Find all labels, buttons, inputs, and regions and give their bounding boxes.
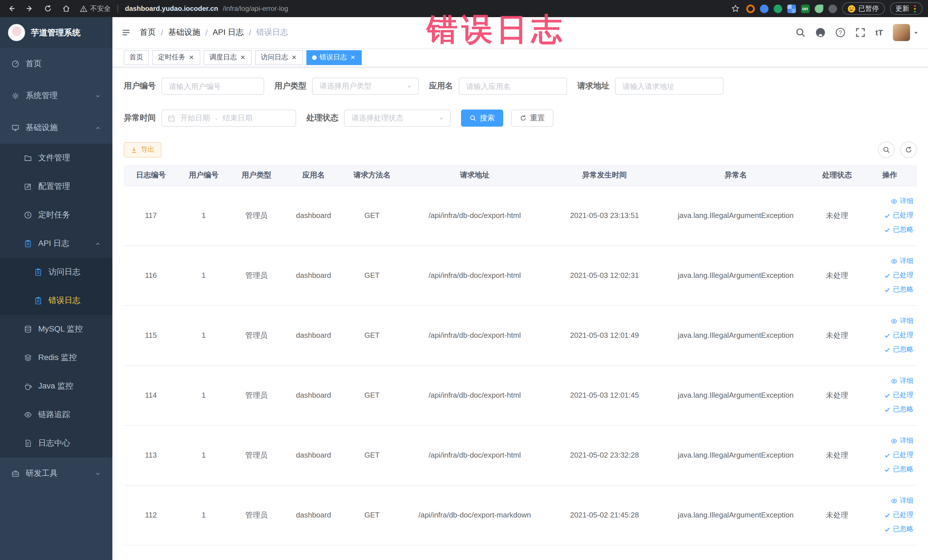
sidebar-item-infrastructure[interactable]: 基础设施 [0,112,112,144]
extension-icon-paw[interactable] [828,4,837,13]
caret-down-icon [913,29,919,36]
detail-link[interactable]: 详细 [865,314,913,328]
tab-access-log[interactable]: 访问日志 [255,50,303,65]
security-chip[interactable]: 不安全 [80,4,111,14]
cell-log-id: 114 [124,365,178,425]
sidebar-item-redis-monitor[interactable]: Redis 监控 [0,343,112,372]
sidebar-item-dev-tools[interactable]: 研发工具 [0,458,112,490]
search-icon[interactable] [796,27,806,38]
reload-icon[interactable] [42,3,53,14]
tab-home[interactable]: 首页 [124,50,149,65]
ignore-link[interactable]: 已忽略 [865,342,913,357]
app-logo[interactable]: 芋道管理系统 [0,17,112,48]
chevron-down-icon [95,470,101,477]
processed-link[interactable]: 已处理 [865,388,913,402]
forward-icon[interactable] [24,3,35,14]
paused-extension-badge[interactable]: 已暂停 [842,2,885,15]
github-icon[interactable] [816,27,826,38]
cell-app-name: dashboard [284,425,343,485]
browser-menu-icon[interactable] [913,5,917,12]
process-status-select[interactable]: 请选择处理状态 [344,110,451,127]
tab-job-log[interactable]: 调度日志 [204,50,252,65]
back-icon[interactable] [6,3,17,14]
filter-label: 异常时间 [124,113,156,123]
app-name-input[interactable] [459,78,567,95]
tab-close-icon[interactable] [240,54,246,61]
user-menu[interactable] [893,24,919,41]
bookmark-star-icon[interactable] [730,3,741,14]
ignore-link[interactable]: 已忽略 [865,223,913,237]
detail-link[interactable]: 详细 [865,254,913,268]
breadcrumb-infrastructure[interactable]: 基础设施 [168,27,200,38]
address-bar[interactable]: 不安全 dashboard.yudao.iocoder.cn/infra/log… [72,4,730,14]
column-header-app-name: 应用名 [284,165,343,185]
tab-error-log[interactable]: 错误日志 [307,50,362,65]
request-url-input[interactable] [615,78,723,95]
check-icon [884,226,891,233]
check-icon [884,212,891,219]
fullscreen-icon[interactable] [856,27,866,38]
help-icon[interactable] [836,27,846,38]
extension-icon-leaf[interactable] [815,4,823,13]
sidebar-item-tracing[interactable]: 链路追踪 [0,401,112,429]
tab-close-icon[interactable] [188,54,195,61]
extension-icon-green-circle[interactable] [773,4,782,13]
sidebar-item-java-monitor[interactable]: Java 监控 [0,372,112,401]
cell-url: /api/infra/db-doc/export-html [400,425,549,485]
sidebar-item-error-log[interactable]: 错误日志 [0,287,112,315]
tab-close-icon[interactable] [291,54,297,61]
ignore-link[interactable]: 已忽略 [865,522,913,536]
ignore-link[interactable]: 已忽略 [865,282,913,297]
browser-update-button[interactable]: 更新 [890,2,922,15]
tab-label: 定时任务 [158,52,185,62]
detail-link[interactable]: 详细 [865,433,913,448]
refresh-table-button[interactable] [900,142,917,158]
search-button[interactable]: 搜索 [461,110,503,127]
extension-icon-blue-drop[interactable] [760,4,768,13]
url-domain: dashboard.yudao.iocoder.cn [125,5,218,12]
sidebar-item-mysql-monitor[interactable]: MySQL 监控 [0,315,112,343]
cell-exception: java.lang.IllegalArgumentException [660,485,811,545]
date-range-picker[interactable]: 开始日期 - 结束日期 [162,110,296,127]
user-type-select[interactable]: 请选择用户类型 [312,78,419,95]
export-button[interactable]: 导出 [124,142,162,157]
detail-link[interactable]: 详细 [865,374,913,388]
breadcrumb-api-logs[interactable]: API 日志 [213,27,244,38]
detail-link[interactable]: 详细 [865,493,913,508]
tab-scheduled-tasks[interactable]: 定时任务 [152,50,200,65]
sidebar-item-access-log[interactable]: 访问日志 [0,258,112,287]
detail-link[interactable]: 详细 [865,194,913,208]
cell-time: 2021-05-03 12:01:45 [549,365,660,425]
home-icon[interactable] [61,3,72,14]
ignore-link[interactable]: 已忽略 [865,462,913,476]
edit-icon [24,183,32,191]
sidebar-item-home[interactable]: 首页 [0,48,112,80]
reset-button[interactable]: 重置 [511,110,553,127]
cell-exception: java.lang.IllegalArgumentException [660,305,811,365]
sidebar-item-file-management[interactable]: 文件管理 [0,144,112,172]
hide-search-button[interactable] [878,142,894,158]
sidebar-item-log-center[interactable]: 日志中心 [0,429,112,458]
ignore-link[interactable]: 已忽略 [865,402,913,417]
sidebar-item-api-logs[interactable]: API 日志 [0,229,112,258]
sidebar-item-scheduled-tasks[interactable]: 定时任务 [0,201,112,229]
processed-link[interactable]: 已处理 [865,328,913,342]
sidebar-toggle-icon[interactable] [122,28,131,37]
tab-label: 首页 [130,52,143,62]
processed-link[interactable]: 已处理 [865,508,913,522]
breadcrumb-home[interactable]: 首页 [140,27,156,38]
extension-icon-on-badge[interactable]: on [801,4,809,13]
extension-icon-blue-grid[interactable] [787,4,796,13]
user-id-input[interactable] [162,78,264,95]
processed-link[interactable]: 已处理 [865,208,913,223]
app-title: 芋道管理系统 [31,27,81,38]
processed-link[interactable]: 已处理 [865,448,913,462]
processed-link[interactable]: 已处理 [865,268,913,282]
sidebar-item-system-management[interactable]: 系统管理 [0,80,112,112]
search-icon [470,115,476,122]
sidebar-item-config-management[interactable]: 配置管理 [0,172,112,201]
tab-close-icon[interactable] [350,54,356,61]
font-size-icon[interactable]: tT [876,28,883,37]
sidebar-item-label: 系统管理 [26,91,58,101]
extension-icon-orange-ring[interactable] [746,4,754,13]
